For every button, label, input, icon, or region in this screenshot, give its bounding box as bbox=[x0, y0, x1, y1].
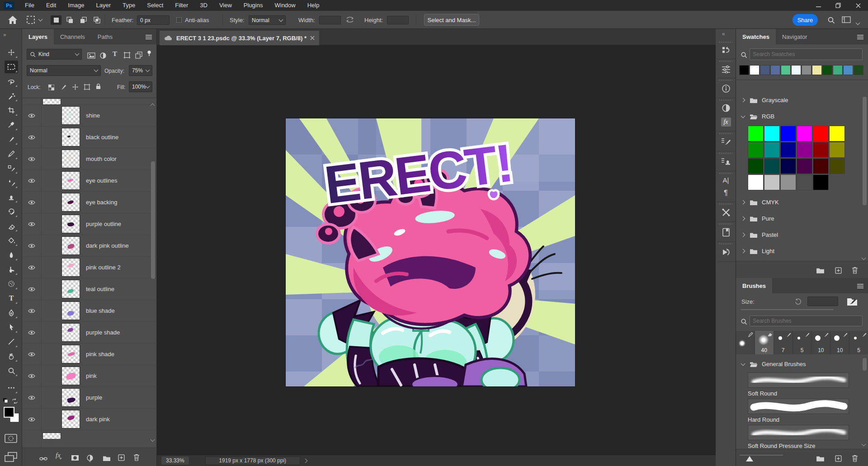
intersect-selection-mode-icon[interactable] bbox=[91, 15, 102, 25]
swap-dimensions-icon[interactable] bbox=[345, 16, 354, 25]
layers-scrollbar[interactable] bbox=[151, 161, 155, 279]
mixer-brush-tool[interactable] bbox=[5, 176, 18, 189]
swatches-search-input[interactable] bbox=[750, 48, 863, 60]
brush-tool[interactable] bbox=[5, 133, 18, 146]
swatch-group-pure[interactable]: Pure bbox=[736, 211, 858, 226]
menu-view[interactable]: View bbox=[213, 0, 238, 11]
scroll-down-icon[interactable] bbox=[151, 435, 154, 443]
layer-row[interactable]: shine bbox=[22, 105, 157, 127]
tab-swatches[interactable]: Swatches bbox=[736, 29, 776, 44]
layer-name[interactable]: dark pink bbox=[86, 416, 110, 423]
swatch[interactable] bbox=[829, 158, 845, 174]
edit-toolbar-icon[interactable] bbox=[5, 381, 18, 394]
new-adjustment-layer-icon[interactable] bbox=[87, 453, 93, 461]
blur-tool[interactable] bbox=[5, 249, 18, 261]
clone-source-icon[interactable] bbox=[716, 157, 736, 165]
share-button[interactable]: Share bbox=[793, 14, 818, 26]
filter-type-layers-icon[interactable]: T bbox=[113, 50, 117, 58]
zoom-tool[interactable] bbox=[5, 364, 18, 377]
menu-help[interactable]: Help bbox=[302, 0, 326, 11]
lasso-tool[interactable] bbox=[5, 75, 18, 88]
swatch[interactable] bbox=[813, 158, 829, 174]
layer-row-partial[interactable] bbox=[22, 98, 157, 105]
layer-visibility-toggle[interactable] bbox=[22, 113, 41, 118]
swatch[interactable] bbox=[760, 65, 770, 75]
swatch-group-rgb[interactable]: RGB bbox=[736, 108, 858, 124]
layer-thumbnail[interactable] bbox=[61, 301, 80, 320]
menu-file[interactable]: File bbox=[19, 0, 40, 11]
workspace-chevron-icon[interactable] bbox=[856, 18, 859, 26]
new-swatch-icon[interactable] bbox=[835, 266, 842, 274]
layer-name[interactable]: dark pink outline bbox=[86, 242, 129, 249]
fill-input[interactable]: 100% bbox=[129, 81, 152, 92]
screen-mode-icon[interactable] bbox=[5, 452, 17, 464]
swatch[interactable] bbox=[780, 158, 796, 174]
layer-visibility-toggle[interactable] bbox=[22, 265, 41, 270]
swatch[interactable] bbox=[748, 142, 764, 158]
brush-size-slider[interactable] bbox=[741, 309, 834, 310]
layer-thumbnail[interactable] bbox=[61, 171, 80, 190]
swatch[interactable] bbox=[802, 65, 811, 75]
layer-name[interactable]: blue shade bbox=[86, 307, 115, 314]
eraser-tool[interactable] bbox=[5, 220, 18, 232]
brush-preset[interactable] bbox=[736, 331, 755, 354]
layer-visibility-toggle[interactable] bbox=[22, 178, 41, 184]
layer-name[interactable]: eye outlines bbox=[86, 177, 117, 184]
crop-tool[interactable] bbox=[5, 104, 18, 117]
layer-visibility-toggle[interactable] bbox=[22, 417, 41, 422]
layer-thumbnail[interactable] bbox=[61, 410, 80, 428]
foreground-background-colors[interactable] bbox=[4, 407, 20, 425]
tab-paths[interactable]: Paths bbox=[91, 29, 119, 44]
swatch[interactable] bbox=[833, 65, 843, 75]
layer-visibility-toggle[interactable] bbox=[22, 308, 41, 314]
layer-visibility-toggle[interactable] bbox=[22, 395, 41, 400]
layer-style-fx-icon[interactable]: fx bbox=[56, 452, 61, 459]
brush-settings-icon[interactable] bbox=[716, 137, 736, 146]
swatch[interactable] bbox=[829, 142, 845, 158]
quick-mask-icon[interactable] bbox=[5, 434, 17, 445]
adjustments-icon[interactable] bbox=[716, 104, 736, 112]
delete-brush-icon[interactable] bbox=[852, 454, 858, 462]
brush-item[interactable]: Hard Round bbox=[748, 399, 849, 425]
smudge-tool[interactable] bbox=[5, 263, 18, 276]
swatch[interactable] bbox=[854, 65, 863, 75]
brush-item[interactable]: Soft Round Pressure Size bbox=[748, 425, 849, 451]
add-layer-mask-icon[interactable] bbox=[71, 453, 79, 461]
layer-name[interactable]: mouth color bbox=[86, 155, 117, 162]
swatch[interactable] bbox=[748, 174, 764, 190]
layer-thumbnail[interactable] bbox=[61, 150, 80, 168]
lock-position-icon[interactable] bbox=[72, 83, 79, 91]
rectangular-marquee-tool[interactable] bbox=[5, 61, 18, 73]
layer-thumbnail[interactable] bbox=[61, 236, 80, 255]
blend-mode-select[interactable]: Normal bbox=[27, 65, 101, 76]
layer-thumbnail[interactable] bbox=[61, 345, 80, 363]
brushes-search-input[interactable] bbox=[750, 315, 863, 326]
paragraph-icon[interactable]: ¶ bbox=[716, 189, 736, 197]
brush-preset[interactable]: 10 bbox=[811, 331, 830, 354]
layer-thumbnail[interactable] bbox=[61, 280, 80, 298]
swatch-group-grayscale[interactable]: Grayscale bbox=[736, 92, 858, 108]
layer-thumbnail[interactable] bbox=[61, 367, 80, 385]
swatch[interactable] bbox=[822, 65, 832, 75]
select-and-mask-button[interactable]: Select and Mask... bbox=[424, 14, 479, 26]
home-icon[interactable] bbox=[8, 15, 18, 26]
swatch[interactable] bbox=[748, 126, 764, 141]
layer-visibility-toggle[interactable] bbox=[22, 135, 41, 140]
layer-name[interactable]: eye backing bbox=[86, 199, 117, 206]
layer-row[interactable]: pink shade bbox=[22, 344, 157, 365]
layer-row[interactable]: blue shade bbox=[22, 300, 157, 322]
lock-transparency-icon[interactable] bbox=[48, 83, 54, 91]
expand-toolbar-icon[interactable]: » bbox=[3, 32, 6, 38]
layer-row[interactable]: pink outline 2 bbox=[22, 257, 157, 278]
tab-brushes[interactable]: Brushes bbox=[736, 278, 772, 293]
layer-row[interactable]: dark pink bbox=[22, 409, 157, 430]
swatch[interactable] bbox=[791, 65, 801, 75]
layer-visibility-toggle[interactable] bbox=[22, 156, 41, 162]
filter-shape-layers-icon[interactable] bbox=[123, 51, 131, 59]
zoom-level-field[interactable]: 33.33% bbox=[161, 457, 189, 465]
artwork-canvas[interactable]: ERECT! bbox=[286, 118, 575, 386]
brush-preset[interactable]: 7 bbox=[774, 331, 793, 354]
history-icon[interactable] bbox=[716, 46, 736, 54]
layer-visibility-toggle[interactable] bbox=[22, 221, 41, 227]
menu-edit[interactable]: Edit bbox=[40, 0, 62, 11]
